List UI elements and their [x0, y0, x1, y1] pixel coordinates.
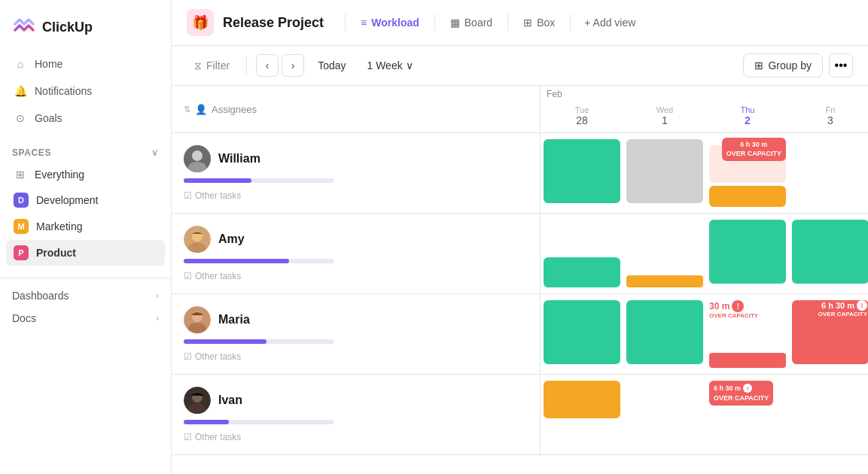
ivan-name: Ivan	[218, 393, 242, 407]
maria-cell-2: 30 m ! OVER CAPACITY	[706, 294, 789, 374]
home-icon: ⌂	[14, 57, 27, 71]
layers-icon: ⊞	[754, 59, 763, 71]
sidebar-item-marketing[interactable]: M Marketing	[6, 214, 165, 239]
avatar	[184, 226, 211, 253]
table-row: William ☑ Other tasks	[172, 133, 868, 214]
task-block[interactable]	[626, 139, 703, 203]
amy-info: Amy ☑ Other tasks	[172, 214, 541, 293]
date-columns: Feb Tue 28 Wed 1 Thu 2	[541, 86, 868, 132]
more-options-button[interactable]: •••	[829, 53, 853, 77]
maria-cell-3: 6 h 30 m ! OVER CAPACITY	[789, 294, 868, 374]
william-name: William	[218, 152, 260, 166]
ivan-progress	[184, 420, 334, 424]
add-view-label: + Add view	[584, 17, 635, 29]
task-block[interactable]	[709, 220, 786, 284]
amy-cell-3	[789, 214, 868, 293]
amy-progress-fill	[184, 259, 289, 263]
sidebar-item-goals-label: Goals	[35, 112, 62, 124]
task-block-orange[interactable]	[709, 186, 786, 207]
tab-board[interactable]: ▦ Board	[441, 12, 501, 33]
tab-divider-3	[507, 14, 508, 32]
sidebar-item-notifications-label: Notifications	[35, 85, 92, 97]
sidebar-item-everything[interactable]: ⊞ Everything	[6, 163, 165, 187]
amy-progress	[184, 259, 334, 263]
spaces-header: Spaces ∨	[0, 143, 171, 163]
capacity-label: OVER CAPACITY	[726, 150, 781, 159]
sidebar-item-home[interactable]: ⌂ Home	[6, 51, 165, 77]
table-row: Maria ☑ Other tasks	[172, 294, 868, 375]
small-cap-time: 30 m	[709, 301, 729, 311]
add-view-button[interactable]: + Add view	[577, 12, 643, 33]
other-tasks-label: Other tasks	[195, 190, 241, 201]
tab-box[interactable]: ⊞ Box	[514, 12, 564, 33]
sidebar-item-development[interactable]: D Development	[6, 187, 165, 213]
development-dot: D	[14, 193, 29, 208]
william-info: William ☑ Other tasks	[172, 133, 541, 213]
board-icon: ▦	[450, 17, 460, 29]
filter-button[interactable]: ⧖ Filter	[187, 55, 237, 77]
sidebar-item-product[interactable]: P Product	[6, 240, 165, 266]
spaces-section: Spaces ∨ ⊞ Everything D Development M Ma…	[0, 143, 171, 266]
maria-cell-0	[541, 294, 623, 374]
check-icon: ☑	[184, 271, 192, 281]
sidebar-item-docs[interactable]: Docs ›	[0, 307, 171, 330]
task-block[interactable]	[544, 300, 620, 364]
task-block[interactable]	[544, 139, 620, 203]
week-selector[interactable]: 1 Week ∨	[359, 55, 420, 76]
task-block[interactable]	[544, 381, 620, 418]
today-button[interactable]: Today	[310, 55, 353, 76]
task-block[interactable]	[544, 257, 620, 287]
nav-arrows: ‹ ›	[256, 54, 304, 77]
header-tabs: ≡ Workload ▦ Board ⊞ Box + Add view	[342, 12, 643, 33]
marketing-label: Marketing	[36, 220, 82, 232]
ivan-capacity-badge: 6 h 30 m ! OVER CAPACITY	[709, 381, 773, 406]
spaces-chevron[interactable]: ∨	[151, 147, 159, 158]
box-icon: ⊞	[523, 17, 532, 29]
toolbar-right: ⊞ Group by •••	[743, 53, 853, 77]
capacity-time: 6 h 30 m	[714, 384, 741, 393]
task-block[interactable]	[792, 220, 868, 284]
sidebar-bottom: Dashboards › Docs ›	[0, 278, 171, 330]
amy-other-tasks: ☑ Other tasks	[184, 271, 528, 281]
feb-day-headers: Tue 28 Wed 1 Thu 2 Fri 3	[541, 102, 868, 132]
ivan-cell-1	[623, 375, 706, 454]
week-chevron: ∨	[406, 59, 413, 71]
sidebar-item-notifications[interactable]: 🔔 Notifications	[6, 78, 165, 104]
table-row: Amy ☑ Other tasks	[172, 214, 868, 294]
amy-cell-2	[706, 214, 789, 293]
warn-icon: !	[743, 384, 752, 393]
check-icon: ☑	[184, 432, 192, 442]
william-progress	[184, 178, 334, 183]
maria-avatar-svg	[184, 306, 211, 333]
maria-top: Maria	[184, 306, 528, 333]
product-dot: P	[14, 245, 29, 260]
capacity-badge: 6 h 30 m OVER CAPACITY	[722, 138, 786, 161]
task-block[interactable]	[626, 300, 703, 364]
ivan-cell-2: 6 h 30 m ! OVER CAPACITY	[706, 375, 789, 454]
capacity-label: OVER CAPACITY	[714, 393, 769, 403]
sidebar-item-goals[interactable]: ⊙ Goals	[6, 105, 165, 131]
group-by-button[interactable]: ⊞ Group by	[743, 53, 823, 77]
group-by-label: Group by	[768, 59, 812, 71]
william-cells: 6 h 30 m OVER CAPACITY	[541, 133, 868, 213]
capacity-time: 6 h 30 m	[821, 301, 854, 310]
next-button[interactable]: ›	[282, 54, 304, 77]
prev-button[interactable]: ‹	[256, 54, 279, 77]
grid-header: ⇅ 👤 Assignees Feb Tue 28 Wed 1	[172, 86, 868, 133]
tab-divider-4	[570, 14, 571, 32]
ivan-cell-0	[541, 375, 623, 454]
bell-icon: 🔔	[14, 84, 27, 98]
project-icon: 🎁	[187, 9, 214, 36]
maria-progress	[184, 339, 334, 344]
amy-cells	[541, 214, 868, 293]
feb-label: Feb	[541, 86, 868, 102]
sidebar: ClickUp ⌂ Home 🔔 Notifications ⊙ Goals S…	[0, 0, 172, 474]
task-block[interactable]	[626, 275, 703, 287]
svg-point-1	[192, 150, 203, 161]
tab-workload[interactable]: ≡ Workload	[352, 12, 428, 33]
capacity-red-bar[interactable]	[709, 353, 786, 368]
william-cell-2: 6 h 30 m OVER CAPACITY	[706, 133, 789, 213]
sidebar-item-dashboards[interactable]: Dashboards ›	[0, 284, 171, 307]
small-capacity: 30 m !	[709, 300, 744, 312]
ivan-other-tasks: ☑ Other tasks	[184, 432, 528, 442]
